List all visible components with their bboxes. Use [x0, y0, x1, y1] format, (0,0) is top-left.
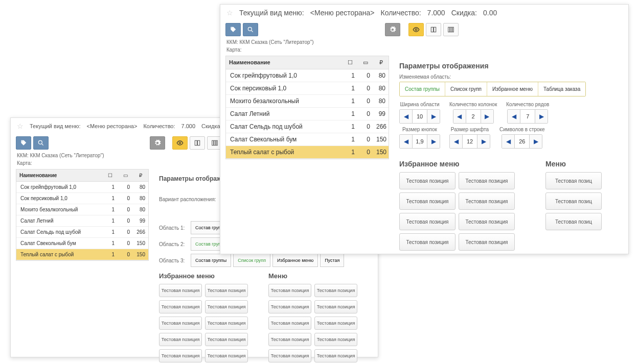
tab-favorites[interactable]: Избранное меню: [487, 82, 538, 96]
table-row[interactable]: Салат Свекольный бум 1 0 150: [226, 133, 389, 146]
area-tabs: Состав группы Список групп Избранное мен…: [399, 82, 586, 96]
table-row[interactable]: Сок персиковый 1,0 1 0 80: [226, 82, 389, 95]
cell-c2: 0: [358, 120, 373, 133]
stepper: ◀ 10 ▶: [399, 109, 440, 124]
table-row[interactable]: Салат Летний 1 0 99: [16, 215, 148, 227]
menu-item-button[interactable]: Тестовая позиция: [314, 317, 357, 330]
menu-item-button[interactable]: Тестовая позиция: [268, 284, 311, 297]
cell-c2: 0: [118, 204, 133, 215]
decrement-button[interactable]: ◀: [400, 110, 412, 123]
menu-item-button[interactable]: Тестовая позиция: [314, 349, 357, 362]
menu-item-button[interactable]: Тестовая позиция: [314, 284, 357, 297]
menu-item-button[interactable]: Тестовая позиция: [268, 349, 311, 362]
table-row[interactable]: Мохито безалкогольный 1 0 80: [16, 204, 148, 215]
table-row[interactable]: Сок грейпфрутовый 1,0 1 0 80: [16, 182, 148, 193]
cell-name: Сок грейпфрутовый 1,0: [226, 69, 343, 82]
increment-button[interactable]: ▶: [427, 135, 440, 148]
eye-button[interactable]: [172, 136, 188, 150]
cell-c1: 1: [343, 133, 358, 145]
menu-item-button[interactable]: Тестовая позиция: [205, 300, 248, 313]
menu-item-button[interactable]: Тестовая позиция: [314, 333, 357, 346]
svg-point-0: [248, 27, 252, 31]
menu-item-button[interactable]: Тестовая позиция: [205, 349, 248, 362]
decrement-button[interactable]: ◀: [450, 135, 462, 148]
cell-c2: 0: [358, 146, 373, 158]
menu-item-button[interactable]: Тестовая позиция: [268, 300, 311, 313]
svg-line-9: [42, 144, 43, 145]
table-row[interactable]: Салат Сельдь под шубой 1 0 266: [226, 120, 389, 133]
decrement-button[interactable]: ◀: [400, 135, 412, 148]
search-button[interactable]: [243, 23, 258, 36]
cell-name: Мохито безалкогольный: [226, 95, 343, 107]
layout-button-2[interactable]: [443, 23, 459, 36]
menu-item-button[interactable]: Тестовая позиция: [314, 300, 357, 313]
stepper-label: Символов в строке: [499, 127, 545, 132]
layout-button-1[interactable]: [426, 23, 441, 36]
gear-button[interactable]: [150, 136, 165, 150]
table-row[interactable]: Салат Сельдь под шубой 1 0 266: [16, 227, 148, 238]
area-option-button[interactable]: Пустая: [320, 254, 344, 267]
tab-group-content[interactable]: Состав группы: [400, 82, 445, 96]
menu-item-button[interactable]: Тестовая позиция: [268, 333, 311, 346]
table-row[interactable]: Теплый салат с рыбой 1 0 150: [226, 146, 389, 159]
svg-line-1: [252, 31, 253, 32]
area-option-button[interactable]: Состав группы: [191, 254, 231, 267]
cell-name: Салат Сельдь под шубой: [226, 120, 343, 133]
menu-item-button[interactable]: Тестовая позиция: [159, 349, 202, 362]
eye-button[interactable]: [408, 23, 424, 36]
increment-button[interactable]: ▶: [530, 135, 542, 148]
cell-c2: 0: [118, 238, 133, 249]
cell-c3: 150: [133, 238, 148, 249]
tag-button[interactable]: [16, 136, 31, 150]
menu-item-button[interactable]: Тестовая позиц: [545, 213, 602, 230]
order-table: Наименование ☐ ▭ ₽ Сок грейпфрутовый 1,0…: [16, 169, 149, 261]
cell-name: Теплый салат с рыбой: [226, 146, 343, 158]
increment-button[interactable]: ▶: [427, 110, 440, 123]
cell-c3: 150: [133, 249, 148, 260]
table-row[interactable]: Мохито безалкогольный 1 0 80: [226, 95, 389, 108]
table-row[interactable]: Сок персиковый 1,0 1 0 80: [16, 193, 148, 204]
menu-item-button[interactable]: Тестовая позиция: [205, 284, 248, 297]
table-row[interactable]: Салат Свекольный бум 1 0 150: [16, 238, 148, 249]
tab-group-list[interactable]: Список групп: [445, 82, 487, 96]
menu-item-button[interactable]: Тестовая позиция: [399, 172, 455, 189]
layout-button-1[interactable]: [190, 136, 205, 150]
gear-button[interactable]: [385, 23, 400, 36]
star-icon[interactable]: ☆: [226, 9, 233, 17]
menu-item-button[interactable]: Тестовая позиция: [205, 317, 248, 330]
menu-item-button[interactable]: Тестовая позиция: [205, 333, 248, 346]
increment-button[interactable]: ▶: [535, 110, 548, 123]
menu-item-button[interactable]: Тестовая позиция: [268, 317, 311, 330]
menu-item-button[interactable]: Тестовая позиция: [459, 192, 515, 210]
table-row[interactable]: Сок грейпфрутовый 1,0 1 0 80: [226, 69, 389, 82]
decrement-button[interactable]: ◀: [508, 110, 520, 123]
table-row[interactable]: Теплый салат с рыбой 1 0 150: [16, 249, 148, 260]
menu-item-button[interactable]: Тестовая позиция: [399, 192, 455, 210]
increment-button[interactable]: ▶: [477, 135, 490, 148]
decrement-button[interactable]: ◀: [502, 135, 514, 148]
star-icon[interactable]: ☆: [17, 122, 24, 130]
tag-button[interactable]: [225, 23, 241, 36]
area-label: Область 1:: [159, 225, 189, 231]
menu-item-button[interactable]: Тестовая позиц: [545, 172, 602, 189]
cell-name: Сок персиковый 1,0: [226, 82, 343, 94]
area-option-button[interactable]: Список групп: [233, 254, 270, 267]
decrement-button[interactable]: ◀: [453, 110, 466, 123]
menu-item-button[interactable]: Тестовая позиция: [459, 172, 515, 189]
menu-item-button[interactable]: Тестовая позиция: [459, 213, 515, 230]
menu-item-button[interactable]: Тестовая позиция: [159, 284, 202, 297]
tab-order-table[interactable]: Таблица заказа: [538, 82, 585, 96]
menu-item-button[interactable]: Тестовая позиция: [459, 233, 515, 251]
menu-item-button[interactable]: Тестовая позиц: [545, 192, 602, 210]
stepper-value: 12: [462, 135, 477, 148]
menu-item-button[interactable]: Тестовая позиция: [159, 300, 202, 313]
area-option-button[interactable]: Избранное меню: [272, 254, 318, 267]
menu-item-button[interactable]: Тестовая позиция: [399, 213, 455, 230]
col-name: Наименование: [226, 56, 343, 69]
table-row[interactable]: Салат Летний 1 0 99: [226, 108, 389, 120]
menu-item-button[interactable]: Тестовая позиция: [159, 317, 202, 330]
menu-item-button[interactable]: Тестовая позиция: [159, 333, 202, 346]
search-button[interactable]: [33, 136, 49, 150]
menu-item-button[interactable]: Тестовая позиция: [399, 233, 455, 251]
increment-button[interactable]: ▶: [481, 110, 493, 123]
